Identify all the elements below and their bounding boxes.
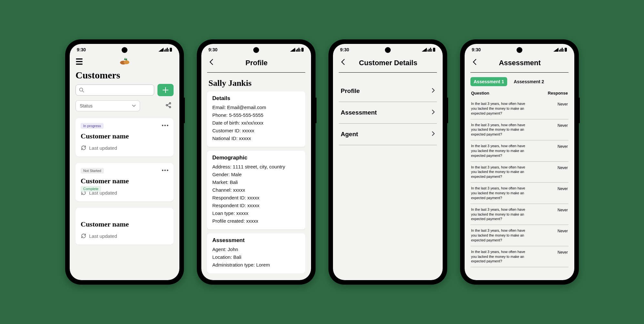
section-heading: Demographic [212,155,300,161]
question-text: In the last 3 years, how often have you … [471,186,526,200]
question-text: In the last 3 years, how often have you … [471,165,526,179]
svg-rect-11 [433,48,435,52]
status-icons [553,47,567,52]
question-row: In the last 3 years, how often have you … [470,119,569,141]
detail-row: Date of birth: xx/xx/xxxx [212,119,300,127]
app-logo [119,57,130,66]
tab[interactable]: Assessment 2 [510,77,547,86]
svg-point-7 [169,106,171,108]
nav-item[interactable]: Profile [339,80,437,102]
profile-section: DemographicAddress: 1111 street, city, c… [207,151,305,229]
customer-card[interactable]: In progress•••Customer name Last updated [75,118,174,157]
status-badge: In progress [81,123,104,129]
nav-item[interactable]: Agent [339,124,437,145]
status-filter-label: Status [80,103,93,108]
status-badge: Complete [81,186,101,192]
customer-card[interactable]: Not Started•••Customer nameComplete Last… [75,163,174,201]
svg-point-3 [80,88,83,91]
page-title: Customer Details [339,59,437,67]
last-updated: Last updated [81,145,168,151]
status-filter[interactable]: Status [75,100,140,111]
add-button[interactable] [157,84,174,96]
customer-name: Customer name [81,177,168,185]
customer-name: Sally Jankis [207,73,305,91]
question-text: In the last 3 years, how often have you … [471,249,526,264]
status-icons [422,47,436,52]
nav-item-label: Agent [341,131,358,138]
menu-icon[interactable]: ☰ [75,57,83,66]
detail-row: Address: 1111 street, city, country [212,163,300,171]
status-time: 9:30 [472,47,481,52]
detail-row: Respondent ID: xxxxx [212,194,300,202]
chevron-right-icon [432,87,435,95]
status-badge: Not Started [81,168,104,174]
col-response: Response [548,91,568,96]
status-icons [290,47,304,52]
customer-card[interactable]: Customer name Last updated [75,208,174,245]
svg-point-2 [124,60,129,64]
phone-frame: 9:30 Profile Sally Jankis DetailsEmail: … [197,39,316,285]
camera-notch [517,47,522,53]
plus-icon [163,87,168,93]
refresh-icon [81,233,86,239]
status-bar: 9:30 [201,44,311,56]
share-button[interactable] [163,100,174,112]
search-icon [79,87,84,93]
page-title: Profile [208,59,305,67]
status-icons [158,47,172,52]
status-bar: 9:30 [333,44,443,56]
more-icon[interactable]: ••• [162,123,169,128]
search-input[interactable] [75,85,154,96]
svg-line-9 [167,106,169,107]
screen-profile: 9:30 Profile Sally Jankis DetailsEmail: … [201,44,311,280]
nav-item[interactable]: Assessment [339,102,437,124]
status-bar: 9:30 [465,44,574,56]
detail-row: Profile created: xxxxx [212,217,300,225]
detail-row: Loan type: xxxxx [212,209,300,217]
response-text: Never [558,207,568,212]
status-time: 9:30 [77,47,86,52]
response-text: Never [558,165,568,170]
response-text: Never [558,228,568,233]
question-row: In the last 3 years, how often have you … [470,225,569,246]
svg-point-6 [166,105,167,106]
detail-row: Customer ID: xxxxx [212,127,300,135]
chevron-right-icon [432,131,435,138]
question-row: In the last 3 years, how often have you … [470,140,569,162]
detail-row: Administration type: Lorem [212,261,300,269]
status-time: 9:30 [208,47,217,52]
tab[interactable]: Assessment 1 [470,77,507,86]
question-row: In the last 3 years, how often have you … [470,204,569,225]
question-text: In the last 3 years, how often have you … [471,144,526,158]
detail-row: Market: Bali [212,178,300,186]
svg-line-4 [83,91,84,93]
share-icon [165,102,172,108]
detail-row: Agent: John [212,246,300,253]
phone-frame: 9:30 Customer Details Profile Assessment… [328,39,447,285]
camera-notch [253,47,259,53]
detail-row: Email: Email@email.com [212,104,300,111]
detail-row: Respondent ID: xxxxx [212,202,300,209]
profile-section: AssessmentAgent: JohnLocation: BaliAdmin… [207,233,305,273]
phone-frame: 9:30 ☰ Customers [65,39,184,285]
nav-item-label: Profile [341,87,360,95]
response-text: Never [558,101,568,106]
status-time: 9:30 [340,47,349,52]
more-icon[interactable]: ••• [162,167,169,173]
question-text: In the last 3 years, how often have you … [471,207,526,222]
chevron-right-icon [432,109,435,116]
response-text: Never [558,144,568,149]
question-row: In the last 3 years, how often have you … [470,98,569,119]
camera-notch [122,47,127,53]
question-text: In the last 3 years, how often have you … [471,228,526,243]
detail-row: Gender: Male [212,171,300,178]
chevron-down-icon [132,105,136,107]
refresh-icon [81,145,86,151]
nav-item-label: Assessment [341,109,377,116]
response-text: Never [558,186,568,191]
phone-frame: 9:30 Assessment Assessment 1Assessment 2… [460,39,579,285]
response-text: Never [558,123,568,128]
customer-name: Customer name [81,220,168,228]
question-row: In the last 3 years, how often have you … [470,183,569,204]
screen-customers: 9:30 ☰ Customers [70,44,179,280]
